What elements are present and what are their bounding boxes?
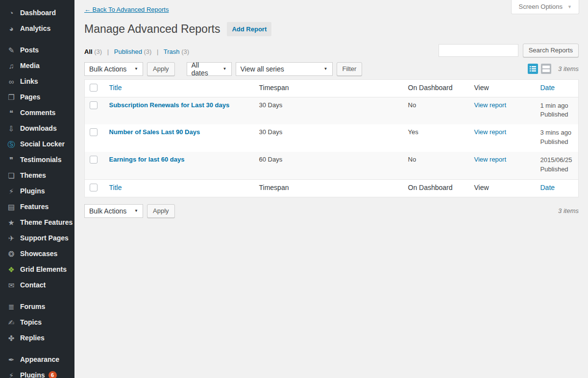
sidebar-item-label: Posts (20, 46, 39, 54)
row-checkbox[interactable] (90, 128, 98, 136)
back-link[interactable]: ← Back To Advanced Reports (84, 6, 169, 13)
sidebar-item-appearance[interactable]: ✒ Appearance (0, 352, 74, 367)
column-header-timespan: Timespan (259, 84, 289, 92)
sidebar-item-label: Support Pages (20, 234, 69, 242)
report-title-link[interactable]: Earnings for last 60 days (109, 156, 185, 163)
sidebar-item-plugins-bottom[interactable]: ⚡ Plugins 6 (0, 367, 74, 378)
sidebar-item-plugins[interactable]: ⚡ Plugins (0, 183, 74, 199)
sidebar-item-replies[interactable]: ✤ Replies (0, 330, 74, 346)
sidebar-item-label: Testimonials (20, 156, 62, 164)
sidebar-item-theme-features[interactable]: ★ Theme Features (0, 214, 74, 230)
row-checkbox[interactable] (90, 156, 98, 164)
column-header-view: View (474, 184, 489, 191)
sidebar-item-contact[interactable]: ✉ Contact (0, 277, 74, 293)
chevron-down-icon: ▼ (223, 67, 227, 71)
tablenav-top: Bulk Actions ▼ Apply All dates ▼ View al… (84, 62, 579, 76)
sidebar-item-social-locker[interactable]: Ⓢ Social Locker (0, 136, 74, 152)
plugins-icon: ⚡ (6, 372, 17, 378)
bulk-actions-select-bottom[interactable]: Bulk Actions ▼ (84, 204, 143, 218)
search-input[interactable] (439, 44, 518, 57)
column-header-date[interactable]: Date (540, 84, 555, 92)
dates-filter-value: All dates (192, 61, 216, 77)
sidebar-item-analytics[interactable]: ◕ Analytics (0, 21, 74, 36)
series-filter-value: View all series (241, 65, 284, 73)
sidebar-item-label: Showcases (20, 250, 57, 258)
select-all-checkbox[interactable] (90, 184, 98, 191)
status-value: Published (540, 165, 574, 174)
sidebar-item-label: Pages (20, 93, 40, 101)
sidebar-item-media[interactable]: ♫ Media (0, 58, 74, 73)
sidebar-item-label: Links (20, 77, 38, 85)
sidebar-item-label: Analytics (20, 24, 50, 32)
filter-all-link[interactable]: All (84, 48, 93, 55)
page-title: Manage Advanced Reports (84, 22, 220, 37)
social-locker-icon: Ⓢ (6, 141, 17, 148)
sidebar-item-label: Grid Elements (20, 265, 67, 273)
column-header-timespan: Timespan (259, 184, 289, 191)
table-header-row: Title Timespan On Dashboard View Date (85, 79, 579, 97)
sidebar-item-forums[interactable]: ≣ Forums (0, 299, 74, 314)
filter-trash-link[interactable]: Trash (164, 48, 180, 55)
sidebar-item-links[interactable]: ∞ Links (0, 73, 74, 89)
column-header-date[interactable]: Date (540, 184, 555, 191)
sidebar-item-testimonials[interactable]: ❞ Testimonials (0, 152, 74, 167)
sidebar-item-comments[interactable]: ❝ Comments (0, 105, 74, 120)
list-view-icon[interactable] (528, 64, 538, 74)
features-icon: ▤ (6, 203, 17, 211)
grid-elements-icon: ❖ (6, 266, 17, 273)
view-report-link[interactable]: View report (474, 156, 507, 163)
column-header-on-dashboard: On Dashboard (408, 84, 453, 92)
screen-options-tab[interactable]: Screen Options ▼ (511, 0, 579, 14)
chevron-down-icon: ▼ (134, 209, 138, 213)
add-report-button[interactable]: Add Report (227, 22, 271, 36)
sidebar-item-features[interactable]: ▤ Features (0, 199, 74, 214)
bulk-actions-value: Bulk Actions (89, 207, 126, 215)
status-value: Published (540, 138, 574, 146)
filter-button[interactable]: Filter (337, 62, 363, 76)
sidebar-item-posts[interactable]: ✎ Posts (0, 42, 74, 58)
apply-button[interactable]: Apply (147, 62, 175, 76)
search-reports-button[interactable]: Search Reports (523, 44, 579, 57)
sidebar-item-showcases[interactable]: ❂ Showcases (0, 246, 74, 261)
date-value: 1 min ago (540, 101, 574, 110)
filter-trash-count: (3) (181, 48, 189, 55)
dates-filter-select[interactable]: All dates ▼ (187, 62, 232, 76)
admin-sidebar: ◔ Dashboard ◕ Analytics ✎ Posts ♫ Media … (0, 0, 74, 378)
sidebar-item-label: Features (20, 203, 49, 211)
apply-button-bottom[interactable]: Apply (147, 204, 175, 218)
tablenav-bottom: Bulk Actions ▼ Apply 3 items (84, 204, 579, 218)
filter-published-link[interactable]: Published (114, 48, 142, 55)
view-report-link[interactable]: View report (474, 128, 507, 136)
table-row: Number of Sales Last 90 Days 30 Days Yes… (85, 124, 579, 152)
bulk-actions-select[interactable]: Bulk Actions ▼ (84, 62, 143, 76)
contact-icon: ✉ (6, 282, 17, 289)
sidebar-item-label: Plugins (20, 187, 45, 195)
sidebar-item-support-pages[interactable]: ✈ Support Pages (0, 230, 74, 246)
table-footer-row: Title Timespan On Dashboard View Date (85, 179, 579, 197)
analytics-icon: ◕ (6, 25, 17, 32)
report-title-link[interactable]: Subscription Renewals for Last 30 days (109, 101, 230, 109)
sidebar-item-grid-elements[interactable]: ❖ Grid Elements (0, 261, 74, 277)
sidebar-item-pages[interactable]: ❐ Pages (0, 89, 74, 105)
bulk-actions-value: Bulk Actions (89, 65, 126, 73)
sidebar-item-dashboard[interactable]: ◔ Dashboard (0, 5, 74, 21)
status-filter-links: All (3) | Published (3) | Trash (3) (84, 44, 189, 55)
view-switch: 3 items (528, 64, 579, 74)
select-all-checkbox[interactable] (90, 84, 98, 92)
sidebar-item-topics[interactable]: ✍ Topics (0, 314, 74, 330)
series-filter-select[interactable]: View all series ▼ (236, 62, 333, 76)
excerpt-view-icon[interactable] (541, 64, 551, 74)
column-header-title[interactable]: Title (109, 84, 122, 92)
showcases-icon: ❂ (6, 250, 17, 258)
column-header-on-dashboard: On Dashboard (408, 184, 453, 191)
themes-icon: ❏ (6, 172, 17, 179)
view-report-link[interactable]: View report (474, 101, 507, 109)
on-dashboard-value: Yes (408, 128, 418, 136)
row-checkbox[interactable] (90, 101, 98, 109)
items-count: 3 items (558, 65, 579, 72)
sidebar-item-themes[interactable]: ❏ Themes (0, 167, 74, 183)
sidebar-item-label: Downloads (20, 124, 57, 132)
sidebar-item-downloads[interactable]: ⇩ Downloads (0, 120, 74, 136)
column-header-title[interactable]: Title (109, 184, 122, 191)
report-title-link[interactable]: Number of Sales Last 90 Days (109, 128, 200, 136)
